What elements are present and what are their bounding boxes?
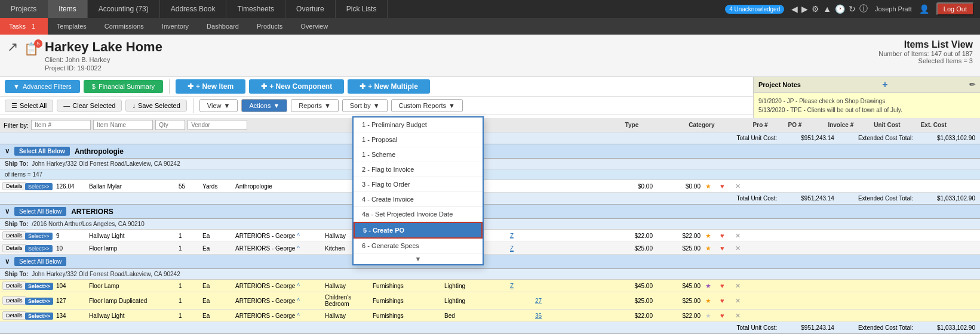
sort-chevron: ▼ [373,102,380,109]
select-btn-9[interactable]: Select>> [23,230,54,242]
filter-item-name[interactable] [93,120,153,130]
dropdown-item-flag-order[interactable]: 3 - Flag to Order [354,177,483,192]
nav-timesheets[interactable]: Timesheets [226,0,285,18]
nav-accounting[interactable]: Accounting (73) [88,0,160,18]
external-link-icon[interactable]: ↗ [7,39,18,54]
select-btn-134[interactable]: Select>> [23,310,54,321]
actions-button[interactable]: Actions ▼ [241,99,287,112]
heart-icon-10[interactable]: ♥ [718,243,733,253]
details-btn-127[interactable]: Details [0,295,23,307]
x-icon-104[interactable]: ✕ [733,280,748,292]
notes-header: Project Notes + ✏ [754,77,980,93]
star-icon-10[interactable]: ★ [703,243,718,254]
select-all-button[interactable]: ☰ Select All [5,100,53,112]
x-icon-9[interactable]: ✕ [733,230,748,242]
notes-edit-icon[interactable]: ✏ [969,81,975,89]
nav-inventory[interactable]: Inventory [153,18,198,35]
item-details-btn-126[interactable]: Details [0,180,23,192]
filter-item-num[interactable] [31,120,91,130]
logout-button[interactable]: Log Out [936,2,974,16]
dropdown-item-prelim-budget[interactable]: 1 - Preliminary Budget [354,117,483,132]
dropdown-item-scheme[interactable]: 1 - Scheme [354,147,483,162]
nav-dashboard[interactable]: Dashboard [198,18,248,35]
section-chevron-1[interactable]: ∨ [5,147,10,155]
x-icon-134[interactable]: ✕ [733,310,748,321]
advanced-filters-button[interactable]: ▼ Advanced Filters [5,80,80,93]
nav-templates[interactable]: Templates [48,18,96,35]
view-button[interactable]: View ▼ [199,99,238,112]
star-icon-127[interactable]: ★ [703,295,718,307]
heart-icon-9[interactable]: ♥ [718,230,733,241]
new-multiple-button[interactable]: ✚ + New Multiple [348,79,430,94]
select-all-below-button-2[interactable]: Select All Below [14,207,66,216]
nav-items[interactable]: Items [48,0,87,18]
new-component-button[interactable]: ✚ + New Component [249,79,344,94]
item-num-10: 10 [54,243,87,253]
item-pro-127 [508,299,533,302]
nav-commissions[interactable]: Commissions [96,18,153,35]
clear-selected-button[interactable]: — Clear Selected [57,100,122,112]
arrow-left-icon[interactable]: ◀ [791,4,798,14]
sort-by-button[interactable]: Sort by ▼ [342,99,388,112]
nav-products[interactable]: Products [248,18,291,35]
filter-vendor[interactable] [188,120,247,130]
section-total-unit-value-2: $951,243.14 [801,324,834,331]
x-icon-10[interactable]: ✕ [733,243,748,254]
item-unit-cost-10: $25.00 [604,243,655,253]
clock-icon[interactable]: 🕐 [835,4,845,14]
details-btn-9[interactable]: Details [0,230,23,242]
star-icon-134[interactable]: ★ [703,310,718,321]
dropdown-item-generate-specs[interactable]: 6 - Generate Specs [354,239,483,253]
item-select-btn-126[interactable]: Select>> [23,181,54,192]
details-btn-104[interactable]: Details [0,280,23,292]
select-all-below-button-1[interactable]: Select All Below [14,147,70,156]
dropdown-item-flag-invoice[interactable]: 2 - Flag to Invoice [354,162,483,177]
x-icon-127[interactable]: ✕ [733,295,748,307]
heart-icon-104[interactable]: ♥ [718,280,733,291]
details-btn-10[interactable]: Details [0,242,23,254]
new-item-button[interactable]: ✚ + New Item [176,79,245,94]
notification-badge[interactable]: 4 Unacknowledged [725,5,784,14]
sync-icon[interactable]: ↻ [849,4,856,14]
star-icon-9[interactable]: ★ [703,230,718,242]
plus-icon-new-component: ✚ [261,82,267,91]
actions-dropdown-menu[interactable]: 1 - Preliminary Budget 1 - Proposal 1 - … [352,116,484,265]
nav-overture[interactable]: Overture [285,0,336,18]
item-location-127: Children's Bedroom [322,292,370,309]
dropdown-item-create-invoice[interactable]: 4 - Create Invoice [354,192,483,207]
section-chevron-3[interactable]: ∨ [5,258,10,265]
reports-button[interactable]: Reports ▼ [291,99,338,112]
select-btn-127[interactable]: Select>> [23,295,54,307]
star-icon-126[interactable]: ★ [703,181,718,192]
nav-projects[interactable]: Projects [0,0,48,18]
select-btn-10[interactable]: Select>> [23,243,54,254]
dropdown-item-set-projected-date[interactable]: 4a - Set Projected Invoice Date [354,207,483,222]
info-icon[interactable]: ⓘ [859,4,868,14]
notes-plus-icon[interactable]: + [882,79,887,90]
heart-icon-134[interactable]: ♥ [718,310,733,321]
section-chevron-2[interactable]: ∨ [5,208,10,215]
select-all-below-button-3[interactable]: Select All Below [14,257,66,266]
nav-pick-lists[interactable]: Pick Lists [336,0,388,18]
nav-tasks[interactable]: Tasks 1 [0,18,48,35]
financial-summary-button[interactable]: $ Financial Summary [84,80,163,93]
item-pro-9: Z [508,231,533,241]
nav-address-book[interactable]: Address Book [160,0,227,18]
x-icon-126[interactable]: ✕ [733,181,748,192]
star-icon-104[interactable]: ★ [703,280,718,292]
dropdown-more-arrow[interactable]: ▼ [354,253,483,264]
filter-qty[interactable] [155,120,185,130]
section-header-arteriors-1: ∨ Select All Below ARTERIORS [0,205,980,219]
upload-icon[interactable]: ▲ [823,4,831,14]
arrow-right-icon[interactable]: ▶ [801,4,808,14]
dropdown-item-create-po[interactable]: 5 - Create PO [354,222,483,239]
dropdown-item-proposal[interactable]: 1 - Proposal [354,132,483,147]
custom-reports-button[interactable]: Custom Reports ▼ [391,99,463,112]
details-btn-134[interactable]: Details [0,310,23,321]
save-selected-button[interactable]: ↓ Save Selected [125,100,186,112]
gear-icon[interactable]: ⚙ [812,4,819,14]
heart-icon-127[interactable]: ♥ [718,295,733,306]
select-btn-104[interactable]: Select>> [23,280,54,292]
heart-icon-126[interactable]: ♥ [718,181,733,191]
nav-overview[interactable]: Overview [291,18,337,35]
